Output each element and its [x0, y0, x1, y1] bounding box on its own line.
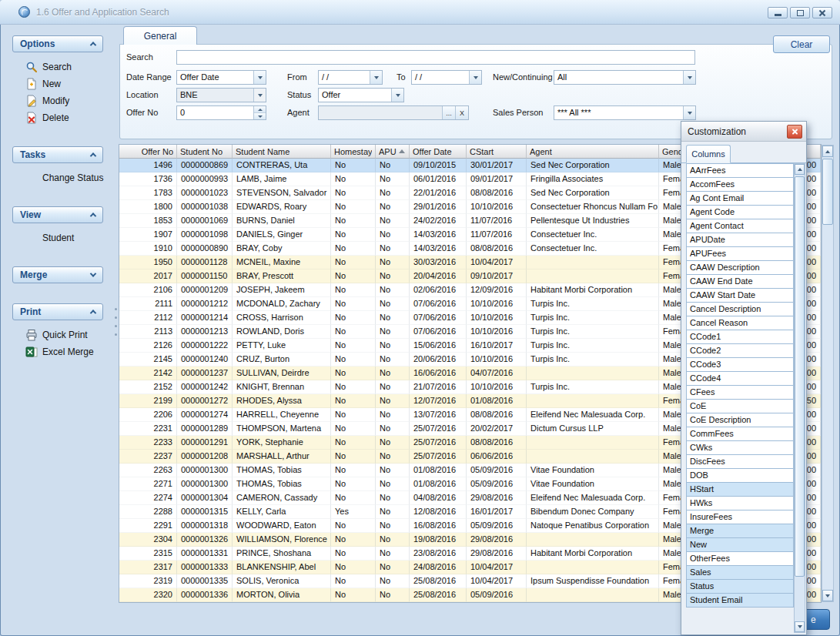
customization-item-accomfees[interactable]: AccomFees — [686, 177, 794, 192]
location-select[interactable]: BNE — [176, 88, 266, 102]
to-date-input[interactable]: / / — [411, 70, 482, 85]
column-header-student-name[interactable]: Student Name — [233, 145, 331, 159]
customization-item-cfees[interactable]: CFees — [686, 385, 794, 400]
customization-item-new[interactable]: New — [686, 537, 794, 552]
customization-item-sales[interactable]: Sales — [686, 565, 794, 580]
customization-item-coe[interactable]: CoE — [686, 399, 794, 413]
customization-item-cancel-reason[interactable]: Cancel Reason — [686, 316, 794, 330]
new-continuing-select[interactable]: All — [554, 70, 696, 85]
minimize-button[interactable] — [768, 7, 788, 18]
customization-item-aarrfees[interactable]: AArrFees — [686, 163, 794, 178]
chevron-up-icon[interactable] — [88, 209, 99, 220]
search-input[interactable] — [176, 50, 695, 65]
scroll-up-icon[interactable] — [822, 146, 833, 157]
column-header-homestay[interactable]: Homestay — [331, 145, 376, 159]
maximize-button[interactable] — [790, 7, 810, 18]
column-header-cstart[interactable]: CStart — [467, 145, 527, 159]
tab-general[interactable]: General — [123, 26, 197, 45]
sidebar-item-delete[interactable]: Delete — [0, 109, 115, 126]
date-range-select[interactable]: Offer Date — [176, 70, 266, 85]
sidebar-group-header-merge[interactable]: Merge — [12, 266, 103, 283]
column-header-apu[interactable]: APU — [376, 145, 410, 159]
customization-item-agent-contact[interactable]: Agent Contact — [686, 219, 794, 233]
customization-titlebar[interactable]: Customization — [681, 122, 806, 142]
customization-item-otherfees[interactable]: OtherFees — [686, 551, 794, 566]
chevron-down-icon[interactable] — [253, 89, 266, 102]
customization-item-caaw-end-date[interactable]: CAAW End Date — [686, 274, 794, 289]
customization-item-merge[interactable]: Merge — [686, 524, 794, 538]
customization-item-caaw-start-date[interactable]: CAAW Start Date — [686, 288, 794, 303]
tab-columns[interactable]: Columns — [686, 145, 731, 163]
sidebar-group-header-view[interactable]: View — [12, 206, 103, 223]
grid-vertical-scrollbar[interactable] — [822, 145, 834, 602]
customization-item-cancel-description[interactable]: Cancel Description — [686, 302, 794, 316]
sidebar-splitter[interactable] — [113, 305, 119, 339]
sidebar-item-modify[interactable]: Modify — [0, 92, 115, 109]
customization-item-commfees[interactable]: CommFees — [686, 427, 794, 441]
customization-item-agent-code[interactable]: Agent Code — [686, 205, 794, 219]
column-header-agent[interactable]: Agent — [527, 145, 659, 159]
customization-item-ccode1[interactable]: CCode1 — [686, 330, 794, 344]
chevron-down-icon[interactable] — [253, 71, 266, 84]
customization-item-cwks[interactable]: CWks — [686, 440, 794, 455]
agent-clear-button[interactable]: X — [455, 106, 468, 119]
customization-item-coe-description[interactable]: CoE Description — [686, 413, 794, 427]
sidebar-group-header-tasks[interactable]: Tasks — [12, 146, 103, 163]
customization-item-ccode2[interactable]: CCode2 — [686, 343, 794, 358]
spin-up-icon[interactable] — [254, 106, 266, 112]
customization-item-dob[interactable]: DOB — [686, 468, 794, 483]
offer-no-stepper[interactable]: 0 — [176, 105, 266, 120]
customization-item-ag-cont-email[interactable]: Ag Cont Email — [686, 191, 794, 206]
close-button[interactable] — [812, 7, 832, 18]
scroll-thumb[interactable] — [822, 159, 833, 225]
column-header-offer-date[interactable]: Offer Date — [410, 145, 467, 159]
scroll-up-icon[interactable] — [795, 164, 805, 175]
sidebar: OptionsSearchNewModifyDeleteTasksChange … — [0, 25, 115, 636]
customization-item-apufees[interactable]: APUFees — [686, 246, 794, 261]
column-header-offer-no[interactable]: Offer No — [119, 145, 177, 159]
cell-cstart: 05/09/2016 — [467, 588, 527, 602]
chevron-down-icon[interactable] — [391, 89, 403, 102]
spin-down-icon[interactable] — [254, 112, 266, 119]
from-date-input[interactable]: / / — [318, 70, 383, 85]
chevron-down-icon[interactable] — [683, 106, 695, 119]
agent-field[interactable]: ... X — [318, 105, 469, 120]
customization-item-hwks[interactable]: HWks — [686, 496, 794, 510]
customization-scrollbar[interactable] — [794, 163, 805, 633]
customization-item-insurefees[interactable]: InsureFees — [686, 510, 794, 524]
customization-item-status[interactable]: Status — [686, 579, 794, 594]
scroll-down-icon[interactable] — [795, 621, 805, 632]
chevron-up-icon[interactable] — [88, 38, 99, 49]
spinner-buttons[interactable] — [253, 106, 266, 119]
customization-item-ccode4[interactable]: CCode4 — [686, 371, 794, 386]
status-select[interactable]: Offer — [318, 88, 404, 102]
scroll-down-icon[interactable] — [822, 590, 833, 601]
agent-browse-button[interactable]: ... — [442, 106, 455, 119]
customization-item-hstart[interactable]: HStart — [686, 482, 794, 497]
sidebar-group-header-options[interactable]: Options — [12, 35, 103, 52]
dialog-close-button[interactable] — [787, 125, 802, 139]
customization-item-student-email[interactable]: Student Email — [686, 593, 794, 608]
customization-item-apudate[interactable]: APUDate — [686, 233, 794, 247]
column-header-student-no[interactable]: Student No — [177, 145, 233, 159]
chevron-down-icon[interactable] — [88, 269, 99, 280]
sidebar-item-student[interactable]: Student — [0, 229, 115, 246]
sidebar-group-header-print[interactable]: Print — [12, 303, 103, 320]
customization-item-caaw-description[interactable]: CAAW Description — [686, 260, 794, 275]
customization-item-ccode3[interactable]: CCode3 — [686, 357, 794, 372]
sidebar-item-new[interactable]: New — [0, 75, 115, 92]
sidebar-item-change-status[interactable]: Change Status — [0, 169, 115, 186]
clear-button[interactable]: Clear — [773, 35, 830, 53]
chevron-up-icon[interactable] — [88, 306, 99, 317]
sidebar-item-quick-print[interactable]: Quick Print — [0, 326, 115, 343]
sidebar-item-search[interactable]: Search — [0, 59, 115, 75]
cell-cstart: 05/09/2016 — [467, 519, 527, 533]
chevron-down-icon[interactable] — [370, 71, 382, 84]
scroll-thumb[interactable] — [795, 176, 805, 577]
customization-item-discfees[interactable]: DiscFees — [686, 454, 794, 469]
chevron-down-icon[interactable] — [683, 71, 695, 84]
chevron-up-icon[interactable] — [88, 149, 99, 160]
sales-person-select[interactable]: *** All *** — [554, 105, 696, 120]
sidebar-item-excel-merge[interactable]: Excel Merge — [0, 343, 115, 360]
chevron-down-icon[interactable] — [469, 71, 481, 84]
